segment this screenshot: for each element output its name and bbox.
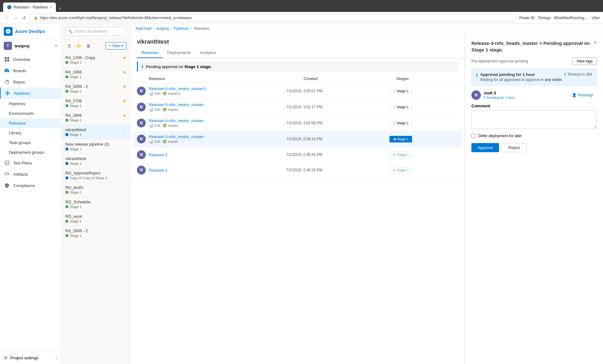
forward-btn[interactable]: → [12,14,19,21]
release-name-link[interactable]: Release-1 [149,168,167,173]
release-created: 7/1/2019, 3:02:06 PM [286,121,389,125]
breadcrumb-releases: Releases [194,26,209,31]
star-icon[interactable]: ★ [122,84,127,89]
release-stages: ✔ Stage 1 [389,167,458,174]
sidebar-item-pipelines-sub[interactable]: Pipelines [0,99,61,109]
pipeline-item-rd2706[interactable]: Rd_2706 Stage 1 ★ [62,96,130,110]
pipeline-item-rd-testf1[interactable]: RD_testf1 Stage 1 [62,183,130,197]
release-row-r5[interactable]: M Release-5-refs_heads_master 📊 255 🌿 ma… [133,99,462,115]
project-settings-label: Project settings [10,356,38,360]
sidebar-item-test-plans[interactable]: Test Plans [0,157,61,169]
star-icon[interactable]: ★ [122,113,127,118]
sidebar-item-environments[interactable]: Environments [0,109,61,118]
col-header-created: Created [304,77,397,81]
tab-bar: 🔵 Releases - Pipelines ✕ + [3,0,64,12]
back-btn[interactable]: ← [3,14,10,21]
search-box[interactable]: 🔍 Search all pipelines [65,27,127,36]
approval-info-content: Approval pending for 1 hour Waiting for … [480,72,562,82]
sidebar-footer[interactable]: ⚙ Project settings « [0,351,61,364]
tab-close-btn[interactable]: ✕ [50,6,52,9]
comment-textarea[interactable] [471,110,597,129]
approval-info-right: ℹ Timeout in 30d [564,72,592,77]
pipeline-item-rd2806[interactable]: Rd_2806 Stage 1 ★ [62,110,130,125]
pipeline-item-vikranthtest[interactable]: vikranthtest Stage 1 ☆ [62,125,130,139]
new-tab-btn[interactable]: + [56,4,63,12]
collapse-icon[interactable]: « [55,356,57,360]
sidebar-item-pipelines[interactable]: Pipelines [0,88,61,99]
release-name-link[interactable]: Release-5-refs_heads_master [149,102,204,107]
release-name-link[interactable]: Release-6-refs_heads_master1 [149,86,206,91]
defer-checkbox[interactable] [471,134,476,138]
tab-releases[interactable]: Releases [137,48,163,58]
bookmark-timings[interactable]: Timings [538,16,551,20]
tab-analytics[interactable]: Analytics [195,48,220,58]
release-avatar: M [137,87,146,95]
breadcrumb-pipelines[interactable]: Pipelines [174,26,189,31]
pipeline-item-rd-work[interactable]: RD_work Stage 1 [62,211,130,226]
pipeline-item-rd1206[interactable]: Rd_1206 - Copy Stage 1 ★ [62,53,130,67]
approve-btn[interactable]: Approve [471,143,499,152]
sidebar-item-overview[interactable]: Overview [0,54,61,65]
sidebar-item-artifacts[interactable]: Artifacts [0,169,61,180]
sidebar-item-repos[interactable]: Repos [0,76,61,88]
pipeline-stage: Stage 1 [65,118,122,122]
add-project-btn[interactable]: + [55,43,57,49]
breadcrumb-org[interactable]: tfspf-rmpf [136,26,152,31]
pipeline-item-rd1906[interactable]: Rd_1906 Stage 1 ★ [62,67,130,82]
release-row-r6[interactable]: M Release-6-refs_heads_master1 📊 256 🌿 m… [133,83,462,99]
release-name-link[interactable]: Release-3-refs_heads_master [149,134,204,139]
pipeline-item-new-release-2[interactable]: New release pipeline (2) Stage 1 [62,139,130,154]
sidebar-item-boards[interactable]: Boards [0,65,61,76]
release-row-r3[interactable]: M Release-3-refs_heads_master 📊 218 🌿 ma… [133,131,462,147]
reassign-btn[interactable]: 👤 Reassign [569,92,597,99]
bookmark-whatwasrunning[interactable]: WhatWasRunning-... [554,16,589,20]
sidebar-item-deployment-groups[interactable]: Deployment groups [0,147,61,157]
approval-info-left: ℹ Approval pending for 1 hour Waiting fo… [476,72,562,82]
release-row-r1[interactable]: M Release-1 7/1/2019, 2:46:28 PM ✔ Stage… [133,163,462,178]
pipeline-item-rd-approvereject[interactable]: RD_ApproveReject Copy of Copy of Stage 1 [62,168,130,183]
stage-badge: Stage 1 [389,88,412,94]
release-name-link[interactable]: Release-2 [149,153,167,157]
sidebar-item-task-groups[interactable]: Task groups [0,138,61,147]
release-name-col: Release-5-refs_heads_master 📊 255 🌿 mast… [149,102,286,112]
sidebar-item-compliance[interactable]: Compliance [0,180,61,191]
new-pipeline-btn[interactable]: + New ▾ [106,42,127,50]
project-item[interactable]: T testproj + [0,39,61,52]
close-btn[interactable]: × [594,40,597,46]
star-icon[interactable]: ★ [122,70,127,75]
folder-view-btn[interactable]: 📁 [75,42,83,50]
release-row-r4[interactable]: M Release-4-refs_heads_master 📊 218 🌿 ma… [133,115,462,131]
breadcrumb-project[interactable]: testproj [156,26,169,31]
breadcrumb-sep-1: / [154,26,155,31]
pipeline-stage: Stage 1 [65,162,127,165]
approval-info-sub: Waiting for all approvers to approve in … [480,78,562,82]
view-logs-btn[interactable]: View logs [573,57,597,65]
star-icon[interactable]: ★ [122,55,127,60]
pipeline-item-rd2606[interactable]: Rd_2606 - 2 Stage 1 ★ [62,82,130,96]
release-row-r2[interactable]: M Release-2 7/1/2019, 2:48:45 PM ✔ Stage… [133,147,462,163]
list-view-btn[interactable]: ☰ [65,42,73,50]
sidebar-label-releases: Releases [9,121,26,126]
reject-btn[interactable]: Reject [502,143,526,152]
refresh-btn[interactable]: ↺ [21,14,28,21]
col-header-releases: Releases [137,77,304,81]
star-icon[interactable]: ☆ [122,127,127,132]
bookmark-uber[interactable]: Uber [592,16,600,20]
tab-deployments[interactable]: Deployments [163,48,195,58]
release-meta: 📊 255 🌿 master [149,108,286,112]
pipeline-item-info: Rd_1906 Stage 1 [65,70,122,79]
sidebar-label-task-groups: Task groups [9,140,31,145]
release-name-link[interactable]: Release-4-refs_heads_master [149,118,204,123]
star-icon[interactable]: ★ [122,99,127,104]
pipeline-item-rd2806-2[interactable]: Rd_2806 - 2 Stage 1 [62,226,130,240]
active-tab[interactable]: 🔵 Releases - Pipelines ✕ [3,3,56,12]
sidebar-item-library[interactable]: Library [0,128,61,138]
breadcrumb-sep-2: / [171,26,171,31]
bookmark-powerbi[interactable]: Power BI [519,16,535,20]
delete-btn[interactable]: 🗑 [84,42,92,50]
pipelines-icon [4,90,11,96]
sidebar-item-releases[interactable]: Releases [0,118,61,128]
url-bar[interactable]: 🔒 https://dev.azure.com/tfspf-rmpf/testp… [30,14,517,22]
pipeline-item-rd-schedule[interactable]: RD_Schedule Stage 1 [62,197,130,211]
pipeline-item-vikranthtest2[interactable]: vikranthtest Stage 1 [62,154,130,168]
